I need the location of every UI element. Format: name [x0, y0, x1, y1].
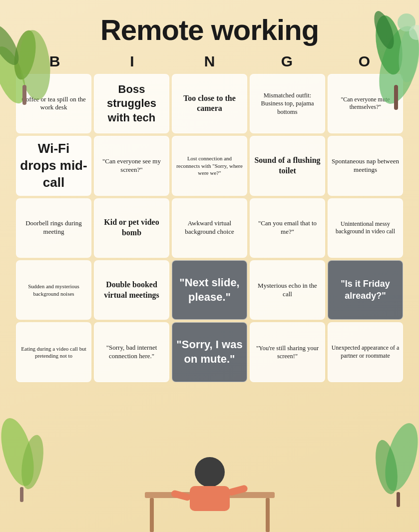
cell-5[interactable]: Wi-Fi drops mid-call [16, 136, 91, 195]
cell-11[interactable]: Kid or pet video bomb [94, 198, 169, 258]
cell-16[interactable]: Double booked virtual meetings [94, 260, 169, 320]
svg-point-16 [372, 438, 401, 496]
title-section: Remote working [0, 0, 419, 49]
cell-21[interactable]: "Sorry, bad internet connection here." [94, 322, 169, 382]
cell-23[interactable]: "You're still sharing your screen!" [250, 322, 325, 382]
svg-rect-23 [170, 490, 191, 502]
letter-b: B [18, 53, 92, 70]
cell-8[interactable]: Sound of a flushing toilet [250, 136, 325, 195]
page-wrapper: Remote working B I N G O Coffee or tea s… [0, 0, 419, 532]
cell-9[interactable]: Spontaneous nap between meetings [328, 136, 403, 195]
svg-rect-24 [227, 485, 248, 497]
cell-6[interactable]: "Can everyone see my screen?" [94, 136, 169, 195]
cell-2[interactable]: Too close to the camera [172, 74, 247, 133]
cell-3[interactable]: Mismatched outfit: Business top, pajama … [250, 74, 325, 133]
cell-22[interactable]: "Sorry, I was on mute." [172, 322, 247, 382]
svg-point-21 [195, 457, 225, 487]
page-title: Remote working [10, 14, 409, 46]
svg-rect-17 [397, 492, 400, 507]
svg-point-13 [18, 433, 47, 491]
cell-17[interactable]: "Next slide, please." [172, 260, 247, 320]
person-silhouette [135, 442, 285, 532]
cell-18[interactable]: Mysterious echo in the call [250, 260, 325, 320]
cell-14[interactable]: Unintentional messy background in video … [328, 198, 403, 258]
cell-4[interactable]: "Can everyone mute themselves?" [328, 74, 403, 133]
cell-10[interactable]: Doorbell rings during meeting [16, 198, 91, 258]
svg-rect-19 [150, 498, 154, 532]
cell-12[interactable]: Awkward virtual background choice [172, 198, 247, 258]
cell-15[interactable]: Sudden and mysterious background noises [16, 260, 91, 320]
cell-1[interactable]: Boss struggles with tech [94, 74, 169, 133]
cell-13[interactable]: "Can you email that to me?" [250, 198, 325, 258]
cell-19[interactable]: "Is it Friday already?" [328, 260, 403, 320]
plant-bottom-left [0, 412, 62, 502]
svg-point-12 [0, 415, 40, 490]
bingo-grid: Coffee or tea spill on the work desk Bos… [14, 72, 405, 384]
cell-7[interactable]: Lost connection and reconnects with "Sor… [172, 136, 247, 195]
letter-g: G [250, 53, 324, 70]
bingo-area: B I N G O Coffee or tea spill on the wor… [0, 49, 419, 394]
svg-rect-18 [145, 492, 275, 498]
svg-rect-14 [20, 487, 23, 502]
svg-rect-22 [190, 486, 230, 511]
letter-o: O [328, 53, 402, 70]
cell-0[interactable]: Coffee or tea spill on the work desk [16, 74, 91, 133]
svg-point-15 [379, 420, 419, 495]
cell-20[interactable]: Eating during a video call but pretendin… [16, 322, 91, 382]
letter-n: N [173, 53, 247, 70]
plant-bottom-right [357, 417, 419, 507]
bingo-header: B I N G O [14, 49, 405, 72]
letter-i: I [95, 53, 169, 70]
svg-rect-20 [266, 498, 270, 532]
cell-24[interactable]: Unexpected appearance of a partner or ro… [328, 322, 403, 382]
